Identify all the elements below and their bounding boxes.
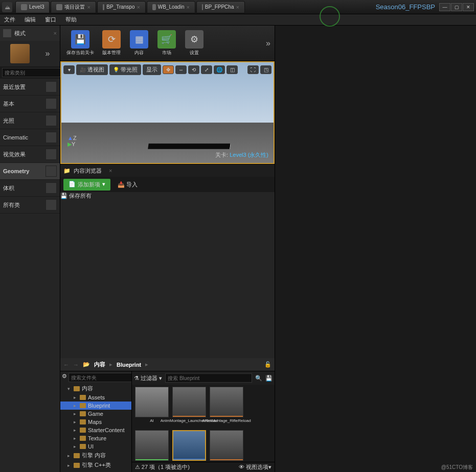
vp-translate-icon[interactable]: ↔ <box>175 65 187 74</box>
mode-category[interactable]: Cinematic <box>0 129 60 146</box>
eye-icon[interactable]: 👁 视图选项▾ <box>239 463 271 471</box>
toolbar-overflow-icon[interactable]: » <box>266 39 270 48</box>
axis-gizmo: ▲Z ▶Y <box>67 135 77 148</box>
vp-select-icon[interactable]: ✥ <box>163 65 174 74</box>
vp-menu-button[interactable]: ▾ <box>63 65 75 74</box>
document-tab[interactable]: WB_Loadin × <box>147 1 195 13</box>
tree-item[interactable]: ▸引擎 内容 <box>60 451 131 460</box>
toolbar-button[interactable]: 🛒市场 <box>154 28 179 58</box>
hotreload-indicator <box>320 6 340 27</box>
vp-snap-icon[interactable]: ◫ <box>226 65 238 74</box>
warning-icon: ⚠ <box>135 464 140 470</box>
fwd-icon[interactable]: → <box>73 362 79 368</box>
asset-search-input[interactable] <box>165 373 252 383</box>
toolbar-button[interactable]: 💾保存当前关卡 <box>64 28 96 58</box>
tree-item[interactable]: ▸引擎 C++类 <box>60 460 131 470</box>
toolbar-button[interactable]: ⟳版本管理 <box>99 28 124 58</box>
save-icon[interactable]: 💾 <box>265 375 273 382</box>
document-tab[interactable]: BP_Transpo × <box>97 1 146 13</box>
toolbar-button[interactable]: ⚙设置 <box>182 28 207 58</box>
asset-item[interactable]: AnimMontage_RifleReload <box>209 387 244 429</box>
search-icon[interactable]: 🔍 <box>255 375 262 382</box>
tree-item[interactable]: ▸Blueprint <box>60 402 131 410</box>
menu-item[interactable]: 窗口 <box>45 16 56 23</box>
watermark: @51CTO博客 <box>441 464 473 471</box>
modes-tab[interactable]: 模式 × <box>0 26 60 41</box>
menu-item[interactable]: 帮助 <box>65 16 77 23</box>
vp-show-button[interactable]: 显示 <box>143 64 161 75</box>
folder-icon: 📁 <box>63 168 71 174</box>
toolbar-button[interactable]: ▦内容 <box>127 28 151 58</box>
season-label: Season06_FFPSBP <box>376 3 435 11</box>
menu-item[interactable]: 编辑 <box>25 16 36 23</box>
mode-category[interactable]: 基本 <box>0 96 60 112</box>
tree-item[interactable]: ▸Assets <box>60 393 131 402</box>
breadcrumb[interactable]: 内容 <box>94 361 105 368</box>
tree-item[interactable]: ▸UI <box>60 442 131 451</box>
modes-icon <box>3 29 11 37</box>
expand-modes-icon[interactable]: » <box>46 49 50 58</box>
vp-scale-icon[interactable]: ⤢ <box>201 65 212 74</box>
breadcrumb[interactable]: Blueprint <box>117 362 141 368</box>
close-button[interactable]: ✕ <box>463 3 474 11</box>
tree-item[interactable]: ▸Maps <box>60 418 131 426</box>
lock-icon[interactable]: 🔓 <box>264 361 271 368</box>
import-button[interactable]: 📥 导入 <box>118 181 138 188</box>
mode-category[interactable]: 所有类 <box>0 197 60 214</box>
vp-perspective-button[interactable]: 🎥 透视图 <box>76 64 108 75</box>
add-new-button[interactable]: 📄 添加新项 ▾ <box>63 179 110 191</box>
asset-item[interactable]: BlendSpace_RoberRotate <box>134 430 170 462</box>
tree-item[interactable]: ▸Texture <box>60 434 131 442</box>
folder-search-input[interactable] <box>69 373 132 382</box>
level-viewport[interactable]: ▾ 🎥 透视图 💡 带光照 显示 ✥ ↔ ⟲ ⤢ 🌐 ◫ ⛶ ◳ ▲Z ▶Y 关… <box>60 61 275 164</box>
asset-item[interactable]: BP_FPPCharacter <box>171 430 207 462</box>
content-browser-tab[interactable]: 📁 内容浏览器× <box>60 164 275 177</box>
mode-category[interactable]: Geometry <box>0 163 60 180</box>
vp-lit-button[interactable]: 💡 带光照 <box>109 64 141 75</box>
maximize-button[interactable]: ▢ <box>451 3 462 11</box>
filter-icon[interactable]: ⚙ <box>62 373 67 382</box>
tree-item[interactable]: ▸Game <box>60 410 131 418</box>
folder-icon[interactable]: 📂 <box>83 361 90 368</box>
ue-logo: ⛰ <box>2 2 12 12</box>
filters-button[interactable]: ⚗ 过滤器 ▾ <box>134 374 162 382</box>
vp-globe-icon[interactable]: 🌐 <box>214 65 225 74</box>
status-bar: ⚠ 27 项（1 项被选中) 👁 视图选项▾ <box>132 462 275 472</box>
asset-item[interactable]: BP_Gun <box>209 430 244 462</box>
menu-item[interactable]: 文件 <box>4 16 15 23</box>
tree-item[interactable]: ▸StarterContent <box>60 426 131 434</box>
minimize-button[interactable]: — <box>439 3 450 11</box>
level-label: 关卡: Level3 (永久性) <box>215 151 268 159</box>
back-icon[interactable]: ← <box>63 362 69 368</box>
vp-rotate-icon[interactable]: ⟲ <box>188 65 199 74</box>
vp-cam-icon[interactable]: ◳ <box>260 65 271 74</box>
vp-max-icon[interactable]: ⛶ <box>247 65 259 74</box>
place-mode-icon[interactable] <box>10 44 30 63</box>
document-tab[interactable]: Level3 <box>15 1 50 13</box>
mode-category[interactable]: 体积 <box>0 180 60 197</box>
mode-category[interactable]: 光照 <box>0 112 60 129</box>
mesh-plane <box>148 144 230 149</box>
save-all-button[interactable]: 💾 保存所有 <box>60 192 275 200</box>
mode-category[interactable]: 最近放置 <box>0 79 60 96</box>
mode-category[interactable]: 视觉效果 <box>0 146 60 163</box>
document-tab[interactable]: BP_FPPCha × <box>196 1 245 13</box>
tree-item[interactable]: ▾内容 <box>60 384 131 393</box>
document-tab[interactable]: 项目设置 × <box>51 1 96 13</box>
